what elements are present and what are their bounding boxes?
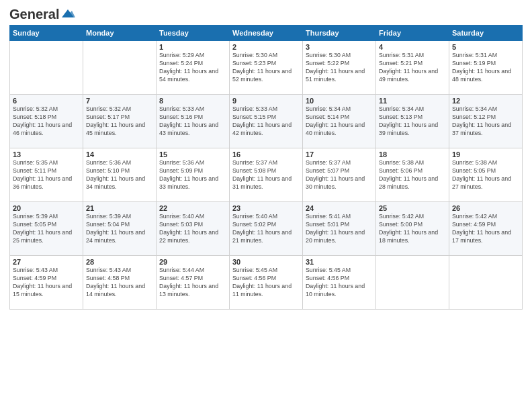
calendar-cell: 10Sunrise: 5:34 AM Sunset: 5:14 PM Dayli…	[303, 95, 376, 148]
day-info: Sunrise: 5:41 AM Sunset: 5:01 PM Dayligh…	[306, 213, 373, 245]
calendar-cell: 16Sunrise: 5:37 AM Sunset: 5:08 PM Dayli…	[230, 148, 303, 202]
day-number: 1	[159, 43, 226, 51]
calendar-week-row: 20Sunrise: 5:39 AM Sunset: 5:05 PM Dayli…	[10, 202, 523, 256]
calendar-cell: 17Sunrise: 5:37 AM Sunset: 5:07 PM Dayli…	[303, 148, 376, 202]
day-number: 16	[232, 150, 300, 158]
day-info: Sunrise: 5:40 AM Sunset: 5:03 PM Dayligh…	[159, 213, 226, 245]
calendar-cell: 1Sunrise: 5:29 AM Sunset: 5:24 PM Daylig…	[157, 41, 230, 95]
day-number: 22	[159, 204, 226, 212]
day-number: 11	[379, 97, 446, 105]
day-info: Sunrise: 5:44 AM Sunset: 4:57 PM Dayligh…	[159, 267, 226, 299]
day-number: 8	[159, 97, 226, 105]
day-number: 3	[306, 43, 373, 51]
day-info: Sunrise: 5:37 AM Sunset: 5:08 PM Dayligh…	[232, 159, 300, 191]
calendar-cell: 14Sunrise: 5:36 AM Sunset: 5:10 PM Dayli…	[83, 148, 157, 202]
day-info: Sunrise: 5:32 AM Sunset: 5:17 PM Dayligh…	[86, 105, 153, 138]
day-info: Sunrise: 5:36 AM Sunset: 5:10 PM Dayligh…	[86, 159, 153, 191]
calendar-cell: 4Sunrise: 5:31 AM Sunset: 5:21 PM Daylig…	[376, 41, 449, 95]
day-number: 19	[452, 150, 519, 158]
day-info: Sunrise: 5:43 AM Sunset: 4:58 PM Dayligh…	[86, 267, 153, 299]
day-info: Sunrise: 5:34 AM Sunset: 5:12 PM Dayligh…	[452, 105, 519, 138]
day-number: 17	[306, 150, 373, 158]
day-number: 25	[379, 204, 446, 212]
calendar-cell: 7Sunrise: 5:32 AM Sunset: 5:17 PM Daylig…	[83, 95, 157, 148]
page-header: General	[9, 7, 523, 19]
weekday-header: Friday	[376, 26, 449, 41]
calendar-cell: 29Sunrise: 5:44 AM Sunset: 4:57 PM Dayli…	[157, 256, 230, 310]
day-number: 29	[159, 258, 226, 266]
calendar-cell: 31Sunrise: 5:45 AM Sunset: 4:56 PM Dayli…	[303, 256, 376, 310]
day-info: Sunrise: 5:38 AM Sunset: 5:05 PM Dayligh…	[452, 159, 519, 191]
day-number: 31	[306, 258, 373, 266]
logo-icon	[60, 8, 75, 20]
weekday-header: Thursday	[303, 26, 376, 41]
weekday-header: Monday	[83, 26, 157, 41]
calendar-cell	[10, 41, 83, 95]
day-number: 13	[13, 150, 80, 158]
calendar-cell	[83, 41, 157, 95]
day-info: Sunrise: 5:33 AM Sunset: 5:15 PM Dayligh…	[232, 105, 300, 138]
calendar-cell: 3Sunrise: 5:30 AM Sunset: 5:22 PM Daylig…	[303, 41, 376, 95]
day-number: 10	[306, 97, 373, 105]
day-number: 4	[379, 43, 446, 51]
logo: General	[9, 7, 75, 19]
day-number: 23	[232, 204, 300, 212]
calendar-cell: 18Sunrise: 5:38 AM Sunset: 5:06 PM Dayli…	[376, 148, 449, 202]
day-number: 7	[86, 97, 153, 105]
weekday-header: Wednesday	[230, 26, 303, 41]
day-info: Sunrise: 5:31 AM Sunset: 5:19 PM Dayligh…	[452, 52, 519, 84]
day-number: 18	[379, 150, 446, 158]
calendar-cell: 13Sunrise: 5:35 AM Sunset: 5:11 PM Dayli…	[10, 148, 83, 202]
calendar-cell: 2Sunrise: 5:30 AM Sunset: 5:23 PM Daylig…	[230, 41, 303, 95]
day-info: Sunrise: 5:36 AM Sunset: 5:09 PM Dayligh…	[159, 159, 226, 191]
day-number: 5	[452, 43, 519, 51]
day-info: Sunrise: 5:33 AM Sunset: 5:16 PM Dayligh…	[159, 105, 226, 138]
calendar-cell	[376, 256, 449, 310]
calendar-week-row: 1Sunrise: 5:29 AM Sunset: 5:24 PM Daylig…	[10, 41, 523, 95]
day-number: 12	[452, 97, 519, 105]
day-info: Sunrise: 5:38 AM Sunset: 5:06 PM Dayligh…	[379, 159, 446, 191]
calendar-cell: 28Sunrise: 5:43 AM Sunset: 4:58 PM Dayli…	[83, 256, 157, 310]
calendar-cell: 8Sunrise: 5:33 AM Sunset: 5:16 PM Daylig…	[157, 95, 230, 148]
calendar-cell: 30Sunrise: 5:45 AM Sunset: 4:56 PM Dayli…	[230, 256, 303, 310]
weekday-header: Saturday	[449, 26, 523, 41]
calendar-cell: 25Sunrise: 5:42 AM Sunset: 5:00 PM Dayli…	[376, 202, 449, 256]
day-number: 28	[86, 258, 153, 266]
calendar-cell: 12Sunrise: 5:34 AM Sunset: 5:12 PM Dayli…	[449, 95, 523, 148]
day-number: 14	[86, 150, 153, 158]
calendar-cell: 21Sunrise: 5:39 AM Sunset: 5:04 PM Dayli…	[83, 202, 157, 256]
calendar-cell: 19Sunrise: 5:38 AM Sunset: 5:05 PM Dayli…	[449, 148, 523, 202]
day-number: 2	[232, 43, 300, 51]
logo-general: General	[9, 7, 59, 22]
day-info: Sunrise: 5:42 AM Sunset: 5:00 PM Dayligh…	[379, 213, 446, 245]
calendar-cell: 26Sunrise: 5:42 AM Sunset: 4:59 PM Dayli…	[449, 202, 523, 256]
calendar-cell: 27Sunrise: 5:43 AM Sunset: 4:59 PM Dayli…	[10, 256, 83, 310]
calendar-cell	[449, 256, 523, 310]
calendar-cell: 20Sunrise: 5:39 AM Sunset: 5:05 PM Dayli…	[10, 202, 83, 256]
day-info: Sunrise: 5:45 AM Sunset: 4:56 PM Dayligh…	[232, 267, 300, 299]
day-info: Sunrise: 5:29 AM Sunset: 5:24 PM Dayligh…	[159, 52, 226, 84]
calendar-cell: 6Sunrise: 5:32 AM Sunset: 5:18 PM Daylig…	[10, 95, 83, 148]
day-info: Sunrise: 5:30 AM Sunset: 5:23 PM Dayligh…	[232, 52, 300, 84]
calendar-cell: 15Sunrise: 5:36 AM Sunset: 5:09 PM Dayli…	[157, 148, 230, 202]
day-info: Sunrise: 5:39 AM Sunset: 5:05 PM Dayligh…	[13, 213, 80, 245]
day-info: Sunrise: 5:43 AM Sunset: 4:59 PM Dayligh…	[13, 267, 80, 299]
day-info: Sunrise: 5:34 AM Sunset: 5:14 PM Dayligh…	[306, 105, 373, 138]
day-number: 20	[13, 204, 80, 212]
day-info: Sunrise: 5:34 AM Sunset: 5:13 PM Dayligh…	[379, 105, 446, 138]
day-info: Sunrise: 5:32 AM Sunset: 5:18 PM Dayligh…	[13, 105, 80, 138]
calendar-cell: 24Sunrise: 5:41 AM Sunset: 5:01 PM Dayli…	[303, 202, 376, 256]
calendar-header-row: SundayMondayTuesdayWednesdayThursdayFrid…	[10, 26, 523, 41]
day-number: 9	[232, 97, 300, 105]
calendar-cell: 23Sunrise: 5:40 AM Sunset: 5:02 PM Dayli…	[230, 202, 303, 256]
day-number: 6	[13, 97, 80, 105]
day-info: Sunrise: 5:30 AM Sunset: 5:22 PM Dayligh…	[306, 52, 373, 84]
day-info: Sunrise: 5:42 AM Sunset: 4:59 PM Dayligh…	[452, 213, 519, 245]
day-number: 26	[452, 204, 519, 212]
day-number: 30	[232, 258, 300, 266]
calendar-table: SundayMondayTuesdayWednesdayThursdayFrid…	[9, 25, 523, 310]
day-info: Sunrise: 5:35 AM Sunset: 5:11 PM Dayligh…	[13, 159, 80, 191]
day-info: Sunrise: 5:40 AM Sunset: 5:02 PM Dayligh…	[232, 213, 300, 245]
day-info: Sunrise: 5:39 AM Sunset: 5:04 PM Dayligh…	[86, 213, 153, 245]
day-number: 27	[13, 258, 80, 266]
